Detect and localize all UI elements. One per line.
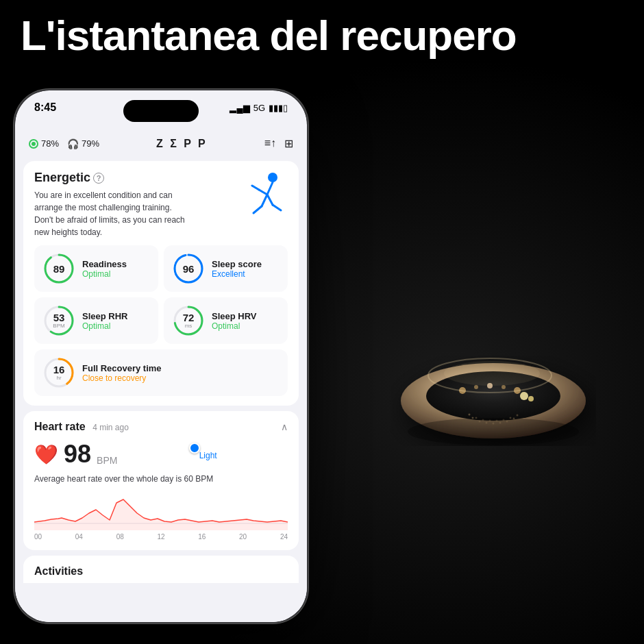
heart-rate-header: Heart rate 4 min ago ∧ <box>34 421 288 433</box>
ring-svg <box>391 295 596 500</box>
activities-section: Activities <box>23 556 299 583</box>
ring-dot-icon <box>29 139 38 149</box>
heart-rate-row: ❤️ 98 BPM Light <box>34 440 288 469</box>
chart-label-04: 04 <box>75 533 83 541</box>
avg-heart-rate-text: Average heart rate over the whole day is… <box>34 474 288 484</box>
energetic-description: You are in excellent condition and can a… <box>34 189 185 238</box>
svg-line-7 <box>252 186 259 190</box>
runner-illustration <box>247 171 288 221</box>
sleep-score-info: Sleep score Excellent <box>212 259 280 279</box>
headphone-stat: 🎧 79% <box>67 138 99 149</box>
app-logo: Z Σ P P <box>156 138 208 150</box>
intensity-wrapper: Light <box>128 448 288 460</box>
sleep-hrv-info: Sleep HRV Optimal <box>212 311 280 331</box>
app-header: 78% 🎧 79% Z Σ P P ≡↑ ⊞ <box>15 132 307 156</box>
svg-point-43 <box>517 414 519 417</box>
network-type: 5G <box>253 103 265 113</box>
runner-icon <box>247 171 288 219</box>
headphone-percentage: 79% <box>82 138 99 149</box>
app-toolbar: ≡↑ ⊞ <box>264 137 293 150</box>
svg-point-28 <box>528 396 534 401</box>
sleep-hrv-progress: 72 ms <box>172 304 205 337</box>
intensity-dot <box>189 443 200 454</box>
sleep-rhr-card[interactable]: 53 BPM Sleep RHR Optimal <box>34 297 158 344</box>
heart-rate-section: Heart rate 4 min ago ∧ ❤️ 98 BPM <box>23 411 299 550</box>
svg-line-6 <box>273 205 281 210</box>
heart-bpm-display: ❤️ 98 BPM <box>34 440 117 469</box>
svg-point-45 <box>444 361 540 386</box>
ring-percentage: 78% <box>41 138 59 149</box>
chart-label-08: 08 <box>116 533 124 541</box>
sleep-hrv-card[interactable]: 72 ms Sleep HRV Optimal <box>164 297 288 344</box>
energetic-header: Energetic ? You are in excellent conditi… <box>34 171 288 238</box>
heart-rate-title-group: Heart rate 4 min ago <box>34 421 129 433</box>
svg-point-27 <box>520 392 528 400</box>
heart-rate-time: 4 min ago <box>92 423 129 432</box>
phone-frame: 8:45 ▂▄▆ 5G ▮▮▮▯ 78% <box>14 89 308 623</box>
sleep-score-progress: 96 <box>172 252 205 285</box>
bpm-value: 98 <box>64 440 91 469</box>
svg-marker-19 <box>34 499 288 530</box>
page-title: L'istantanea del recupero <box>21 12 623 59</box>
svg-point-23 <box>474 385 478 389</box>
heart-icon: ❤️ <box>34 443 58 466</box>
recovery-card: Energetic ? You are in excellent conditi… <box>23 161 299 406</box>
readiness-progress: 89 <box>42 252 75 285</box>
heart-rate-title: Heart rate <box>34 421 86 432</box>
phone-mockup: 8:45 ▂▄▆ 5G ▮▮▮▯ 78% <box>14 89 308 623</box>
sort-icon[interactable]: ≡↑ <box>264 137 276 150</box>
chart-x-labels: 00 04 08 12 16 20 24 <box>34 533 288 541</box>
recovery-time-info: Full Recovery time Close to recovery <box>82 363 280 383</box>
chart-label-16: 16 <box>198 533 206 541</box>
status-icons: ▂▄▆ 5G ▮▮▮▯ <box>230 103 288 113</box>
recovery-time-card[interactable]: 16 hr Full Recovery time Close to recove… <box>34 349 288 396</box>
svg-line-5 <box>267 195 273 205</box>
ring-stat: 78% <box>29 138 59 149</box>
chart-label-00: 00 <box>34 533 42 541</box>
sleep-score-card[interactable]: 96 Sleep score Excellent <box>164 245 288 292</box>
app-stats: 78% 🎧 79% <box>29 138 99 149</box>
readiness-card[interactable]: 89 Readiness Optimal <box>34 245 158 292</box>
stats-grid: 89 Readiness Optimal <box>34 245 288 396</box>
screen-content: 78% 🎧 79% Z Σ P P ≡↑ ⊞ <box>15 132 307 622</box>
smart-ring <box>391 295 623 555</box>
svg-line-1 <box>267 182 273 195</box>
dynamic-island <box>123 100 199 122</box>
heart-rate-chart <box>34 489 288 530</box>
info-icon[interactable]: ? <box>93 173 104 184</box>
headphone-icon: 🎧 <box>67 138 79 149</box>
battery-icon: ▮▮▮▯ <box>269 103 288 113</box>
svg-point-46 <box>408 418 579 445</box>
energetic-left: Energetic ? You are in excellent conditi… <box>34 171 185 238</box>
bpm-unit: BPM <box>97 455 117 469</box>
status-time: 8:45 <box>34 101 56 114</box>
svg-line-4 <box>253 206 262 213</box>
recovery-time-progress: 16 hr <box>42 356 75 389</box>
grid-icon[interactable]: ⊞ <box>284 137 293 150</box>
svg-point-0 <box>268 173 277 182</box>
svg-line-3 <box>262 195 267 206</box>
activities-title: Activities <box>34 565 288 578</box>
sleep-rhr-progress: 53 BPM <box>42 304 75 337</box>
chart-label-12: 12 <box>157 533 164 541</box>
energetic-title: Energetic ? <box>34 171 185 185</box>
intensity-label: Light <box>128 451 288 460</box>
svg-line-2 <box>259 190 267 195</box>
signal-bars-icon: ▂▄▆ <box>230 103 249 113</box>
sleep-rhr-info: Sleep RHR Optimal <box>82 311 150 331</box>
phone-screen: 8:45 ▂▄▆ 5G ▮▮▮▯ 78% <box>15 90 307 622</box>
ring-dot-inner <box>32 142 36 146</box>
svg-point-36 <box>469 414 471 416</box>
collapse-icon[interactable]: ∧ <box>281 421 288 432</box>
svg-point-25 <box>501 385 506 389</box>
readiness-info: Readiness Optimal <box>82 259 150 279</box>
chart-label-20: 20 <box>239 533 247 541</box>
chart-label-24: 24 <box>280 533 288 541</box>
